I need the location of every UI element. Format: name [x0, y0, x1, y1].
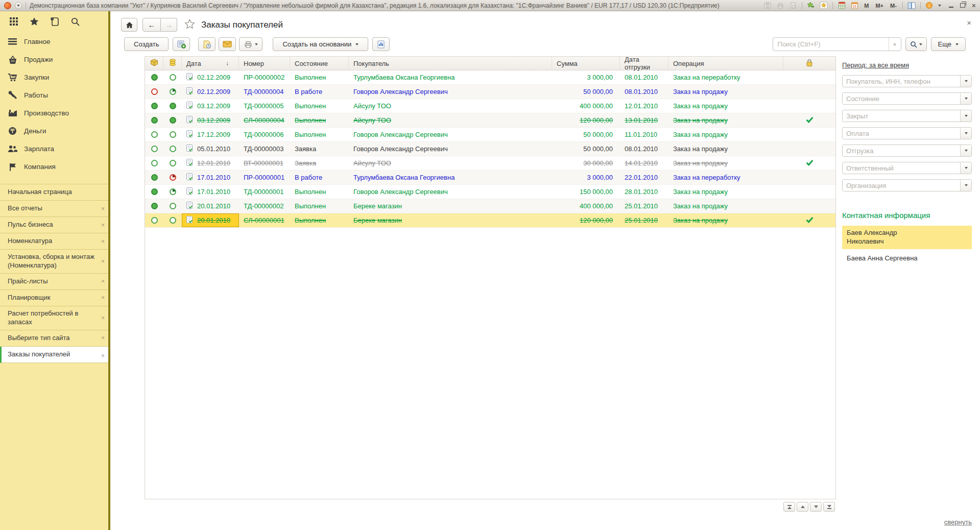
cell-amount[interactable]: 400 000,00 — [552, 199, 620, 213]
contact-item-0[interactable]: Баев Александр Николаевич — [842, 226, 972, 249]
calendar-icon[interactable]: 31 — [850, 2, 858, 10]
sidebar-tab-4[interactable]: Установка, сборка и монтаж (Номенклатура… — [0, 250, 108, 274]
cell-shipment-status[interactable] — [145, 70, 163, 84]
cell-ship-date[interactable]: 12.01.2010 — [620, 99, 668, 113]
cell-payment-status[interactable] — [163, 199, 182, 213]
cell-state[interactable]: Выполнен — [290, 113, 349, 127]
tab-close-icon[interactable]: × — [101, 353, 105, 359]
cell-closed[interactable] — [783, 99, 835, 113]
tab-close-icon[interactable]: × — [101, 258, 105, 264]
filter-input[interactable] — [843, 93, 960, 104]
cell-buyer[interactable]: Говоров Александр Сергеевич — [349, 128, 552, 141]
cell-number[interactable]: ВТ-00000001 — [239, 156, 290, 170]
cell-operation[interactable]: Заказ на продажу — [668, 85, 783, 99]
create-copy-button[interactable] — [173, 37, 190, 51]
home-button[interactable] — [121, 18, 137, 32]
add-favorite-icon[interactable] — [807, 2, 815, 10]
sidebar-item-production[interactable]: Производство — [0, 104, 108, 122]
cell-amount[interactable]: 400 000,00 — [552, 99, 620, 113]
sidebar-item-salary[interactable]: Зарплата — [0, 140, 108, 158]
filter-input[interactable] — [843, 162, 960, 174]
cell-buyer[interactable]: Турлумбаева Оксана Георгиевна — [349, 171, 552, 184]
cell-closed[interactable] — [783, 85, 835, 99]
cell-number[interactable]: ПР-00000002 — [239, 70, 290, 84]
cell-payment-status[interactable] — [163, 85, 182, 99]
list-nav-last-button[interactable] — [823, 502, 835, 512]
table-row[interactable]: 12.01.2010ВТ-00000001ЗаявкаАйсулу ТОО30 … — [145, 156, 835, 171]
cell-date[interactable]: 17.01.2010 — [182, 185, 239, 199]
cell-closed[interactable] — [783, 171, 835, 184]
cell-payment-status[interactable] — [163, 99, 182, 113]
cell-payment-status[interactable] — [163, 142, 182, 156]
cell-shipment-status[interactable] — [145, 156, 163, 170]
cell-state[interactable]: Заявка — [290, 142, 349, 156]
cell-closed[interactable] — [783, 213, 835, 227]
filter-input[interactable] — [843, 110, 960, 122]
sidebar-tab-2[interactable]: Пульс бизнеса× — [0, 217, 108, 233]
cell-buyer[interactable]: Айсулу ТОО — [349, 99, 552, 113]
column-header-date[interactable]: Дата↓ — [182, 57, 239, 70]
column-header-ship_date[interactable]: Дата отгрузки — [620, 57, 668, 70]
cell-shipment-status[interactable] — [145, 199, 163, 213]
cell-ship-date[interactable]: 25.01.2010 — [620, 199, 668, 213]
table-row[interactable]: 17.01.2010ТД-00000001ВыполненГоворов Але… — [145, 185, 835, 199]
list-nav-prev-button[interactable] — [797, 502, 808, 512]
sidebar-item-company[interactable]: Компания — [0, 158, 108, 176]
cell-date[interactable]: 03.12.2009 — [182, 113, 239, 127]
restore-button[interactable] — [960, 3, 965, 8]
form-close-button[interactable] — [967, 19, 971, 27]
cell-operation[interactable]: Заказ на продажу — [668, 128, 783, 141]
contact-item-1[interactable]: Баева Анна Сергеевна — [842, 251, 972, 266]
cell-closed[interactable] — [783, 185, 835, 199]
cell-payment-status[interactable] — [163, 70, 182, 84]
cell-amount[interactable]: 120 000,00 — [552, 213, 620, 227]
cell-operation[interactable]: Заказ на продажу — [668, 113, 783, 127]
tab-close-icon[interactable]: × — [101, 335, 105, 341]
1c-logo-icon[interactable] — [4, 2, 11, 9]
cell-state[interactable]: Выполнен — [290, 99, 349, 113]
tab-close-icon[interactable]: × — [101, 222, 105, 228]
cell-amount[interactable]: 50 000,00 — [552, 128, 620, 141]
table-row[interactable]: 02.12.2009ПР-00000002ВыполненТурлумбаева… — [145, 70, 835, 85]
calculator-icon[interactable] — [838, 2, 846, 10]
send-email-button[interactable] — [219, 37, 236, 51]
filter-dropdown-button[interactable] — [960, 180, 971, 191]
cell-date[interactable]: 02.12.2009 — [182, 85, 239, 99]
cell-buyer[interactable]: Береке магазин — [349, 213, 552, 227]
cell-number[interactable]: ТД-00000006 — [239, 128, 290, 141]
cell-number[interactable]: ПР-00000001 — [239, 171, 290, 184]
column-header-pay[interactable] — [163, 57, 182, 70]
cell-operation[interactable]: Заказ на переработку — [668, 171, 783, 184]
cell-amount[interactable]: 3 000,00 — [552, 171, 620, 184]
cell-amount[interactable]: 150 000,00 — [552, 185, 620, 199]
cell-operation[interactable]: Заказ на переработку — [668, 70, 783, 84]
cell-buyer[interactable]: Говоров Александр Сергеевич — [349, 142, 552, 156]
cell-state[interactable]: Выполнен — [290, 185, 349, 199]
table-row[interactable]: 05.01.2010ТД-00000003ЗаявкаГоворов Алекс… — [145, 142, 835, 156]
cell-date[interactable]: 02.12.2009 — [182, 70, 239, 84]
cell-state[interactable]: Заявка — [290, 156, 349, 170]
tab-close-icon[interactable]: × — [101, 315, 105, 321]
cell-shipment-status[interactable] — [145, 171, 163, 184]
info-icon[interactable]: i — [925, 2, 934, 10]
sidebar-tab-7[interactable]: Расчет потребностей в запасах× — [0, 306, 108, 330]
filter-dropdown-button[interactable] — [960, 93, 971, 104]
tab-close-icon[interactable]: × — [101, 278, 105, 284]
cell-operation[interactable]: Заказ на продажу — [668, 199, 783, 213]
forward-button[interactable]: → — [161, 18, 177, 32]
cell-closed[interactable] — [783, 199, 835, 213]
cell-closed[interactable] — [783, 156, 835, 170]
cell-payment-status[interactable] — [163, 113, 182, 127]
cell-operation[interactable]: Заказ на продажу — [668, 99, 783, 113]
sidebar-tab-9[interactable]: Заказы покупателей× — [0, 347, 108, 363]
search-icon[interactable] — [70, 16, 80, 27]
cell-shipment-status[interactable] — [145, 99, 163, 113]
print-list-button[interactable] — [239, 37, 262, 51]
cell-payment-status[interactable] — [163, 213, 182, 227]
sidebar-item-purchases[interactable]: Закупки — [0, 68, 108, 86]
cell-number[interactable]: СЛ-00000004 — [239, 113, 290, 127]
column-header-amount[interactable]: Сумма — [552, 57, 620, 70]
cell-buyer[interactable]: Айсулу ТОО — [349, 113, 552, 127]
cell-buyer[interactable]: Говоров Александр Сергеевич — [349, 185, 552, 199]
cell-buyer[interactable]: Говоров Александр Сергеевич — [349, 85, 552, 99]
